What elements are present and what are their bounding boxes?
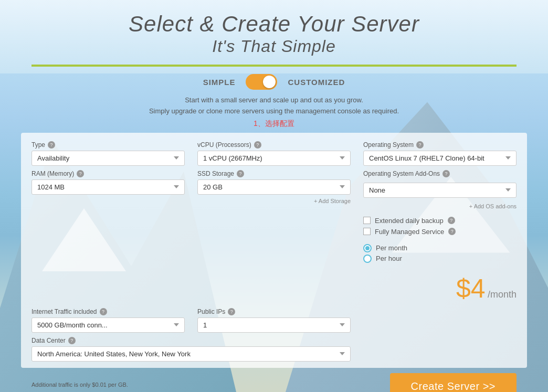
server-config-form: Type ? Availability vCPU (Processors) ? … [21, 133, 527, 368]
vcpu-group: vCPU (Processors) ? 1 vCPU (2667MHz) [197, 141, 351, 166]
datacenter-label: Data Center ? [31, 337, 351, 344]
additional-info: Additional traffic is only $0.01 per GB.… [31, 380, 159, 392]
price-display: $4 /month [363, 273, 517, 304]
step1-annotation: 1、选择配置 [0, 119, 548, 129]
vcpu-select[interactable]: 1 vCPU (2667MHz) [197, 151, 351, 166]
mode-toggle[interactable] [246, 74, 277, 90]
create-server-button[interactable]: Create Server >> [390, 373, 517, 392]
public-ips-help-icon[interactable]: ? [228, 308, 235, 315]
extended-backup-label: Extended daily backup [375, 217, 444, 225]
type-help-icon[interactable]: ? [48, 141, 55, 149]
os-select[interactable]: CentOS Linux 7 (RHEL7 Clone) 64-bit [363, 151, 517, 166]
per-hour-radio[interactable] [363, 255, 372, 263]
empty-col [363, 308, 517, 333]
traffic-help-icon[interactable]: ? [100, 308, 107, 315]
price-amount: $4 [456, 274, 486, 303]
price-per: /month [488, 289, 517, 300]
add-storage-link[interactable]: + Add Storage [197, 198, 351, 204]
os-addons-help-icon[interactable]: ? [442, 170, 450, 177]
per-month-radio[interactable] [363, 244, 372, 252]
traffic-select[interactable]: 5000 GB/month conn... [31, 317, 185, 333]
description-line1: Start with a small server and scale up a… [0, 95, 548, 106]
public-ips-label: Public IPs ? [197, 308, 351, 315]
type-group: Type ? Availability [31, 141, 185, 166]
add-os-link[interactable]: + Add OS add-ons [363, 203, 517, 209]
mode-toggle-section: SIMPLE CUSTOMIZED [0, 74, 548, 90]
os-addons-label: Operating System Add-Ons ? [363, 170, 517, 177]
ram-select[interactable]: 1024 MB [31, 179, 185, 195]
traffic-group: Internet Traffic included ? 5000 GB/mont… [31, 308, 185, 333]
additional-line1: Additional traffic is only $0.01 per GB. [31, 380, 159, 390]
os-addons-select[interactable]: None [363, 183, 517, 198]
vcpu-label: vCPU (Processors) ? [197, 141, 351, 149]
vcpu-help-icon[interactable]: ? [254, 141, 261, 149]
per-month-label: Per month [376, 244, 407, 252]
managed-service-checkbox[interactable] [363, 228, 371, 235]
ssd-group: SSD Storage ? 20 GB + Add Storage [197, 170, 351, 304]
billing-radio-group: Per month Per hour [363, 244, 517, 263]
datacenter-help-icon[interactable]: ? [68, 337, 76, 344]
description-line2: Simply upgrade or clone more servers usi… [0, 106, 548, 117]
managed-service-item: Fully Managed Service ? [363, 228, 517, 236]
managed-service-label: Fully Managed Service [375, 228, 444, 236]
datacenter-select[interactable]: North America: United States, New York, … [31, 346, 351, 362]
os-label: Operating System ? [363, 141, 517, 149]
extended-backup-checkbox[interactable] [363, 217, 371, 224]
per-hour-item[interactable]: Per hour [363, 255, 517, 263]
traffic-label: Internet Traffic included ? [31, 308, 185, 315]
description-text: Start with a small server and scale up a… [0, 95, 548, 117]
page-title: Select & Create Your Server [0, 12, 548, 37]
os-help-icon[interactable]: ? [416, 141, 424, 149]
per-month-item[interactable]: Per month [363, 244, 517, 252]
simple-label: SIMPLE [203, 78, 236, 87]
per-hour-label: Per hour [376, 255, 402, 262]
create-button-area: Create Server >> 2、点击创建 [390, 373, 517, 392]
green-divider [31, 65, 517, 67]
type-select[interactable]: Availability [31, 151, 185, 166]
ram-help-icon[interactable]: ? [77, 170, 84, 177]
public-ips-select[interactable]: 1 [197, 317, 351, 333]
ram-group: RAM (Memory) ? 1024 MB [31, 170, 185, 304]
os-addons-section: Operating System Add-Ons ? None + Add OS… [363, 170, 517, 304]
page-subtitle: It's That Simple [0, 37, 548, 56]
extended-backup-help-icon[interactable]: ? [448, 217, 455, 224]
datacenter-group: Data Center ? North America: United Stat… [31, 337, 351, 362]
ssd-label: SSD Storage ? [197, 170, 351, 177]
bottom-section: Additional traffic is only $0.01 per GB.… [21, 373, 527, 392]
type-label: Type ? [31, 141, 185, 149]
checkbox-group: Extended daily backup ? Fully Managed Se… [363, 217, 517, 236]
toggle-knob [263, 76, 276, 88]
page-header: Select & Create Your Server It's That Si… [0, 0, 548, 60]
public-ips-group: Public IPs ? 1 [197, 308, 351, 333]
ssd-help-icon[interactable]: ? [237, 170, 244, 177]
os-group: Operating System ? CentOS Linux 7 (RHEL7… [363, 141, 517, 166]
extended-backup-item: Extended daily backup ? [363, 217, 517, 225]
ram-label: RAM (Memory) ? [31, 170, 185, 177]
ssd-select[interactable]: 20 GB [197, 179, 351, 195]
customized-label: CUSTOMIZED [288, 78, 345, 87]
managed-service-help-icon[interactable]: ? [448, 228, 456, 235]
